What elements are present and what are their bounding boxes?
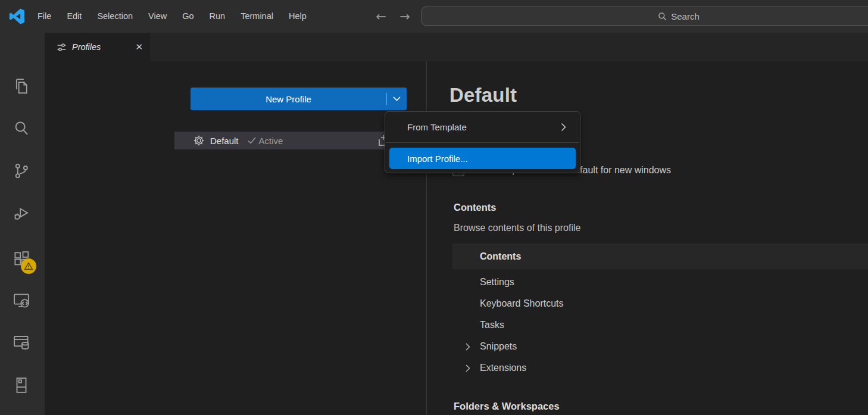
menubar: File Edit Selection View Go Run Terminal… bbox=[30, 0, 314, 33]
new-profile-dropdown-menu: From Template Import Profile... bbox=[385, 111, 580, 173]
vscode-logo-icon bbox=[9, 8, 25, 24]
profile-detail-title: Default bbox=[449, 84, 517, 107]
check-icon bbox=[248, 137, 256, 144]
row-label: Snippets bbox=[480, 341, 517, 351]
command-center-search[interactable]: Search bbox=[421, 7, 868, 26]
menu-terminal[interactable]: Terminal bbox=[233, 0, 281, 33]
source-control-icon[interactable] bbox=[13, 162, 30, 180]
contents-row-tasks[interactable]: Tasks bbox=[452, 314, 868, 336]
contents-table-header: Contents bbox=[452, 244, 868, 269]
chevron-down-icon bbox=[393, 96, 401, 101]
row-label: Extensions bbox=[480, 363, 526, 373]
forward-arrow-icon[interactable]: → bbox=[393, 10, 417, 24]
menu-file[interactable]: File bbox=[30, 0, 59, 33]
tab-title: Profiles bbox=[72, 42, 101, 52]
new-profile-button[interactable]: New Profile bbox=[191, 88, 407, 110]
containers-icon[interactable] bbox=[13, 333, 30, 351]
submenu-chevron-right-icon bbox=[561, 123, 566, 132]
new-profile-button-label[interactable]: New Profile bbox=[191, 88, 386, 110]
menu-run[interactable]: Run bbox=[202, 0, 233, 33]
settings-sliders-icon bbox=[57, 42, 67, 52]
contents-row-settings[interactable]: Settings bbox=[452, 272, 868, 293]
back-arrow-icon[interactable]: ← bbox=[369, 10, 393, 24]
gear-icon bbox=[193, 135, 204, 146]
tab-profiles[interactable]: Profiles ✕ bbox=[45, 33, 150, 61]
history-navigation: ← → bbox=[369, 0, 417, 33]
explorer-files-icon[interactable] bbox=[13, 77, 30, 95]
remote-explorer-icon[interactable] bbox=[13, 292, 30, 310]
profile-active-badge: Active bbox=[259, 136, 283, 146]
contents-section-heading: Contents bbox=[454, 202, 497, 213]
menu-item-import-profile[interactable]: Import Profile... bbox=[389, 148, 576, 169]
run-and-debug-icon[interactable] bbox=[13, 204, 30, 222]
menu-item-from-template[interactable]: From Template bbox=[389, 116, 576, 138]
menu-separator bbox=[386, 142, 579, 143]
chevron-right-icon[interactable] bbox=[466, 343, 470, 351]
profile-name: Default bbox=[210, 136, 239, 146]
notebook-icon[interactable] bbox=[13, 376, 30, 394]
tab-close-icon[interactable]: ✕ bbox=[135, 43, 143, 52]
activity-bar bbox=[0, 33, 45, 415]
profile-list-item-default[interactable]: Default Active bbox=[174, 132, 407, 149]
folders-workspaces-heading: Folders & Workspaces bbox=[454, 401, 560, 412]
chevron-right-icon[interactable] bbox=[466, 364, 470, 372]
menu-view[interactable]: View bbox=[140, 0, 174, 33]
contents-row-extensions[interactable]: Extensions bbox=[452, 357, 868, 379]
search-sidebar-icon[interactable] bbox=[13, 120, 30, 138]
profiles-editor: New Profile bbox=[45, 61, 868, 415]
tab-bar: Profiles ✕ bbox=[45, 33, 868, 61]
search-placeholder: Search bbox=[671, 11, 700, 21]
search-icon bbox=[658, 12, 667, 21]
menu-item-label: Import Profile... bbox=[407, 154, 468, 164]
new-profile-dropdown-button[interactable] bbox=[387, 88, 407, 110]
menu-edit[interactable]: Edit bbox=[59, 0, 89, 33]
contents-section-description: Browse contents of this profile bbox=[454, 223, 580, 233]
menu-item-label: From Template bbox=[407, 122, 467, 132]
titlebar: File Edit Selection View Go Run Terminal… bbox=[0, 0, 868, 33]
contents-row-keyboard-shortcuts[interactable]: Keyboard Shortcuts bbox=[452, 293, 868, 314]
extensions-warning-badge bbox=[21, 258, 36, 274]
menu-go[interactable]: Go bbox=[174, 0, 201, 33]
contents-row-snippets[interactable]: Snippets bbox=[452, 336, 868, 357]
menu-selection[interactable]: Selection bbox=[89, 0, 140, 33]
menu-help[interactable]: Help bbox=[281, 0, 314, 33]
